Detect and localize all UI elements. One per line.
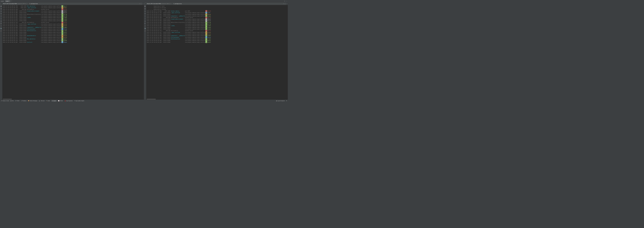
bug-icon: 🐞 xyxy=(64,100,66,102)
log-line: 2022-12-29 02:02:26.71122470-22582com.go… xyxy=(3,36,144,38)
tab-logcat[interactable]: Logcat × xyxy=(5,0,10,2)
log-line: 2022-12-29 02:02:23.743546-603VerityUtil… xyxy=(147,30,288,31)
log-line: 2022-12-29 02:02:23.62122470-22584libEGL… xyxy=(3,17,144,18)
restart-icon[interactable]: ↻ xyxy=(145,10,146,12)
close-icon[interactable]: × xyxy=(9,0,10,2)
log-line: 2022-12-29 02:02:23.743546-603VerityUtil… xyxy=(3,22,144,23)
tool-build[interactable]: 🔨Build xyxy=(46,100,50,102)
chevron-down-icon: ▾ xyxy=(170,3,171,4)
layout-icon[interactable]: ▭ xyxy=(1,25,2,27)
log-line: 2022-12-29 02:02:26.15522470-22470Choreo… xyxy=(147,36,288,38)
log-line: 2022-12-29 02:02:23.67322470-22584com.go… xyxy=(147,28,288,30)
down-icon[interactable]: ↓ xyxy=(1,18,2,19)
right-side-toolbar: 🗑 ⏸ ↻ ⇆ ↑ ↓ ◫ ☰ ▭ 📷 🎥 xyxy=(144,5,146,100)
minimize-icon[interactable]: — xyxy=(286,0,287,2)
log-line: 2022-12-29 02:02:26.15522470-22470Choreo… xyxy=(3,28,144,30)
log-line: 2022-12-29 02:02:25.69022470-22470Compat… xyxy=(3,27,144,28)
tool-run[interactable]: ▶Run xyxy=(11,100,14,102)
gear-icon[interactable]: ⚙ xyxy=(284,0,285,2)
pause-icon[interactable]: ⏸ xyxy=(144,8,146,9)
right-log-area[interactable]: --------- beginning of main--------- beg… xyxy=(146,5,288,100)
restart-icon[interactable]: ↻ xyxy=(1,10,2,12)
pause-icon[interactable]: ⏸ xyxy=(0,8,2,9)
log-line: 2022-12-29 02:02:26.71322470-22582EGL_em… xyxy=(3,38,144,40)
chevron-down-icon: ▾ xyxy=(27,3,27,4)
tool-terminal[interactable]: ❯_Terminal xyxy=(39,100,44,102)
event-log-icon[interactable]: ☰ xyxy=(286,100,287,102)
log-line: 2022-12-29 02:02:21.76322470-22470.apps.… xyxy=(147,12,288,13)
clear-filter-icon[interactable]: × xyxy=(283,3,284,4)
tool-version-control[interactable]: ⎇Version Control xyxy=(1,100,9,102)
log-line: 2022-12-29 02:02:24.32822470-22470com.go… xyxy=(3,25,144,27)
screenrecord-icon[interactable]: 🎥 xyxy=(144,30,146,31)
logcat-icon: ≡ xyxy=(52,100,52,102)
device-api: Android 12, API 31 xyxy=(18,3,26,4)
screenrecord-icon[interactable]: 🎥 xyxy=(0,30,2,31)
log-line: 2022-12-29 02:02:21.96322470-22470com.go… xyxy=(147,13,288,15)
log-line: 2022-12-29 02:02:23.199546-603VerityUtil… xyxy=(147,17,288,18)
phone-icon: 📱 xyxy=(145,3,146,4)
log-line: --------- beginning of system xyxy=(147,8,288,10)
filter-input[interactable]: ⧩ package:mine × ☆ xyxy=(28,3,142,4)
play-icon: ▶ xyxy=(11,100,12,102)
scrollbar-horizontal[interactable] xyxy=(3,99,12,99)
add-tab-button[interactable]: + xyxy=(11,0,12,2)
profiler-icon: 📈 xyxy=(58,100,59,102)
help-icon[interactable]: ? xyxy=(143,3,143,4)
device-select[interactable]: 📱 Pixel XL API 31 (emulator-5554) Androi… xyxy=(144,3,172,4)
settings-icon[interactable]: ☰ xyxy=(144,23,146,24)
tool-app-quality[interactable]: ✦App Quality Insights xyxy=(74,100,84,102)
star-icon: ✦ xyxy=(74,100,75,102)
log-line: 2022-12-29 02:02:24.32822470-22470com.go… xyxy=(147,33,288,35)
log-line: 2022-12-29 02:02:26.58422470-22582com.go… xyxy=(147,40,288,41)
left-pane-header: 📱 Pixel XL API 31 (emulator-5554) Androi… xyxy=(0,2,144,5)
device-select[interactable]: 📱 Pixel XL API 31 (emulator-5554) Androi… xyxy=(0,3,28,4)
layout-icon[interactable]: ▭ xyxy=(145,25,146,27)
log-line: 2022-12-28 09:27:44.8901507-1507studio.d… xyxy=(147,10,288,12)
terminal-icon: ❯_ xyxy=(39,100,40,102)
scrollbar-horizontal[interactable] xyxy=(147,99,156,99)
clear-filter-icon[interactable]: × xyxy=(139,3,140,4)
trash-icon[interactable]: 🗑 xyxy=(0,5,2,7)
filter-icon: ⧩ xyxy=(29,3,30,4)
settings-icon[interactable]: ☰ xyxy=(0,23,2,24)
left-pane: 📱 Pixel XL API 31 (emulator-5554) Androi… xyxy=(0,2,144,100)
softwrap-icon[interactable]: ⇆ xyxy=(1,13,2,14)
log-line: 2022-12-29 02:02:23.40022470-22470com.go… xyxy=(147,20,288,22)
log-line: 2022-12-29 02:02:26.57922470-22582HostCo… xyxy=(3,30,144,31)
screenshot-icon[interactable]: 📷 xyxy=(144,28,146,29)
filter-icon: ⧩ xyxy=(173,3,174,4)
tool-problems[interactable]: ⚠Problems xyxy=(21,100,26,102)
tool-logcat[interactable]: ≡Logcat xyxy=(51,100,56,102)
screenshot-icon[interactable]: 📷 xyxy=(0,28,2,29)
split-icon[interactable]: ◫ xyxy=(145,20,146,22)
log-line: 2022-12-29 02:02:23.66422470-22584com.go… xyxy=(3,18,144,20)
tool-python-packages[interactable]: 📦Python Packages xyxy=(28,100,37,102)
tool-todo[interactable]: ☑TODO xyxy=(15,100,20,102)
log-line: 2022-12-29 02:02:23.40022470-22470com.go… xyxy=(3,12,144,13)
up-icon[interactable]: ↑ xyxy=(1,15,2,17)
log-line: 2022-12-29 02:02:23.62122470-22584libEGL… xyxy=(147,25,288,27)
log-line: 2022-12-29 02:02:25.69022470-22470Compat… xyxy=(147,35,288,36)
hammer-icon: 🔨 xyxy=(46,100,47,102)
tool-layout-inspector[interactable]: ▥Layout Inspector xyxy=(276,100,285,102)
log-line: 2022-12-29 02:02:23.199546-603VerityUtil… xyxy=(3,8,144,10)
filter-text: package:mine xyxy=(174,3,182,4)
branch-icon: ⎇ xyxy=(1,100,2,102)
tool-profiler[interactable]: 📈Profiler xyxy=(58,100,63,102)
tool-app-inspection[interactable]: 🐞App Inspection xyxy=(64,100,73,102)
down-icon[interactable]: ↓ xyxy=(145,18,146,19)
split-icon[interactable]: ◫ xyxy=(1,20,2,22)
device-api: Android 12, API 31 xyxy=(161,3,170,4)
package-icon: 📦 xyxy=(28,100,29,102)
log-line: 2022-12-29 02:02:26.69922470-22582com.go… xyxy=(3,33,144,35)
left-side-toolbar: 🗑 ⏸ ↻ ⇆ ↑ ↓ ◫ ☰ ▭ 📷 🎥 xyxy=(0,5,2,100)
filter-input[interactable]: ⧩ package:mine × ☆ xyxy=(172,3,286,4)
trash-icon[interactable]: 🗑 xyxy=(144,5,146,7)
star-icon[interactable]: ☆ xyxy=(284,3,286,4)
star-icon[interactable]: ☆ xyxy=(140,3,142,4)
softwrap-icon[interactable]: ⇆ xyxy=(145,13,146,14)
help-icon[interactable]: ? xyxy=(287,3,287,4)
up-icon[interactable]: ↑ xyxy=(145,15,146,17)
left-log-area[interactable]: 2022-12-29 01:00:55.7901639-1855EGL_emul… xyxy=(2,5,144,100)
